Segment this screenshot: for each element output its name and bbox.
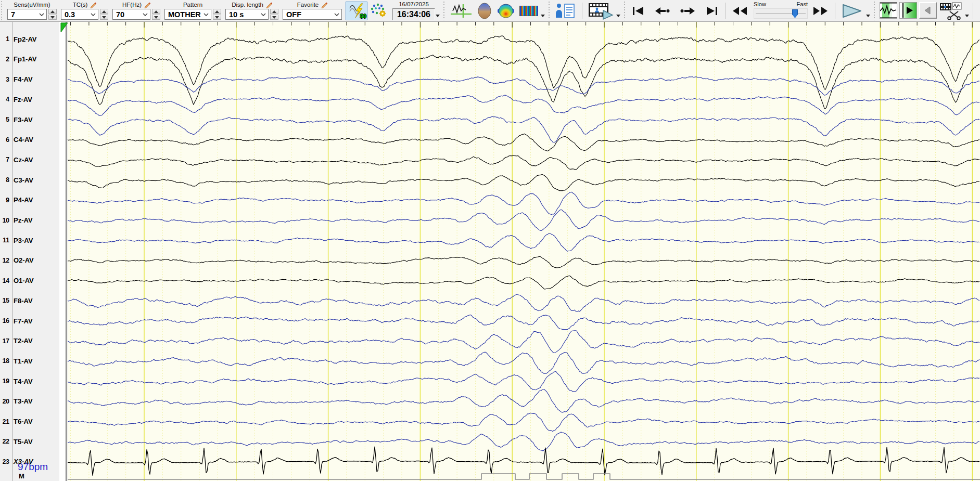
channel-label: T6-AV [11,418,33,425]
channel-row[interactable]: 1Fp2-AV [0,35,58,44]
channel-row[interactable]: 11P3-AV [0,236,58,245]
channel-row[interactable]: 17T2-AV [0,336,58,345]
pattern-combobox[interactable]: MOTHER [164,9,211,20]
timeconstant-spinner[interactable] [100,9,108,20]
channel-row[interactable]: 14O1-AV [0,276,58,285]
channel-row[interactable]: 9P4-AV [0,196,58,204]
highfilter-label: HF(Hz) [122,2,142,8]
dsa-spectrogram-icon [519,6,538,16]
live-play-button[interactable] [899,2,917,19]
sensitivity-spinner[interactable] [48,9,57,20]
fast-forward-button[interactable] [809,2,832,20]
toolbar-grip[interactable] [1,1,3,21]
skip-to-end-button[interactable] [703,2,722,20]
page-start-marker[interactable] [60,22,68,33]
time-dropdown-arrow[interactable] [435,2,440,20]
topography-map-button[interactable] [494,2,517,20]
channel-row[interactable]: 6C4-AV [0,135,58,144]
spinner-up-icon[interactable] [100,9,108,14]
spinner-down-icon[interactable] [48,15,57,20]
toolbar-separator [973,3,973,19]
favorite-control: Favorite OFF [283,1,342,20]
dsa-dropdown-arrow[interactable] [540,2,545,20]
highfilter-combobox[interactable]: 70 [112,9,150,20]
montage-settings-button[interactable] [367,2,389,20]
dsa-trend-button[interactable] [517,2,540,20]
toolbar-separator [835,3,835,19]
video-dropdown-arrow[interactable] [616,2,621,20]
edit-pencil-icon[interactable] [144,2,150,8]
channel-row[interactable]: 4Fz-AV [0,95,58,104]
channel-row[interactable]: 7Cz-AV [0,155,58,164]
live-eeg-button[interactable] [880,2,897,19]
video-review-button[interactable] [586,2,616,20]
video-clip-button[interactable] [937,2,964,20]
favorite-combobox[interactable]: OFF [283,9,342,20]
channel-label: F7-AV [11,317,33,325]
display-length-spinner[interactable] [270,9,278,20]
page-forward-button[interactable] [677,2,699,20]
channel-label: T4-AV [11,378,33,385]
channel-row[interactable]: 10Pz-AV [0,216,58,225]
toolbar-separator [725,3,726,19]
channel-row[interactable]: 23X3-AV [0,457,58,466]
channel-row[interactable]: 16F7-AV [0,317,58,326]
channel-row[interactable]: 12O2-AV [0,256,58,265]
channel-row[interactable]: 2Fp1-AV [0,55,58,63]
channel-label: F8-AV [11,297,33,305]
spinner-down-icon[interactable] [213,15,221,20]
speed-slider-track[interactable] [754,8,808,19]
edit-pencil-icon[interactable] [321,2,327,8]
channel-row[interactable]: 22T5-AV [0,437,58,446]
patient-info-button[interactable] [553,2,579,20]
channel-label: O2-AV [11,256,34,264]
date-display: 16/07/2025 [399,1,429,8]
eeg-canvas[interactable] [68,22,980,481]
pattern-spinner[interactable] [213,9,221,20]
sensitivity-combobox[interactable]: 7 [7,9,47,20]
channel-row[interactable]: 8C3-AV [0,176,58,185]
channel-number: 19 [0,378,11,385]
step-back-disabled-button[interactable] [919,2,937,19]
speed-slider-handle[interactable] [792,9,798,18]
channel-label: C3-AV [11,176,33,184]
page-back-button[interactable] [651,2,673,20]
label-panel-divider [12,22,13,481]
spinner-down-icon[interactable] [270,15,278,20]
channel-label: Fp1-AV [11,55,37,63]
datetime-display: 16/07/2025 16:34:06 [392,1,435,20]
display-length-label: Disp. length [232,2,263,8]
rewind-button[interactable] [729,2,752,20]
channel-label: T5-AV [11,438,33,446]
channel-row[interactable]: 20T3-AV [0,397,58,406]
edit-pencil-icon[interactable] [90,2,96,8]
channel-row[interactable]: 5F3-AV [0,115,58,124]
skip-to-start-button[interactable] [628,2,647,20]
spinner-up-icon[interactable] [270,9,278,14]
channel-row[interactable]: 3F4-AV [0,75,58,84]
timeconstant-combobox[interactable]: 0.3 [61,9,98,20]
event-marker-button[interactable] [448,2,475,20]
channel-row[interactable]: 19T4-AV [0,377,58,386]
display-length-combobox[interactable]: 10 s [225,9,269,20]
channel-row[interactable]: 18T1-AV [0,357,58,366]
spinner-up-icon[interactable] [213,9,221,14]
channel-number: 21 [0,418,11,425]
channel-label: P3-AV [11,237,33,244]
head-3d-button[interactable] [475,2,494,20]
channel-row[interactable]: 21T6-AV [0,417,58,426]
event-waveform-icon [450,3,473,19]
play-dropdown-arrow[interactable] [866,2,871,20]
time-display[interactable]: 16:34:06 [392,8,435,20]
clip-dropdown-arrow[interactable] [964,2,970,20]
spinner-down-icon[interactable] [152,15,160,20]
channel-row[interactable]: 15F8-AV [0,296,58,305]
edit-pencil-icon[interactable] [265,2,272,8]
spinner-up-icon[interactable] [152,9,160,14]
notch-filter-button[interactable]: 50 [346,2,367,20]
play-button[interactable] [838,2,866,20]
highfilter-spinner[interactable] [152,9,160,20]
spinner-down-icon[interactable] [100,15,108,20]
speed-fast-label: Fast [797,1,808,8]
spinner-up-icon[interactable] [48,9,57,14]
